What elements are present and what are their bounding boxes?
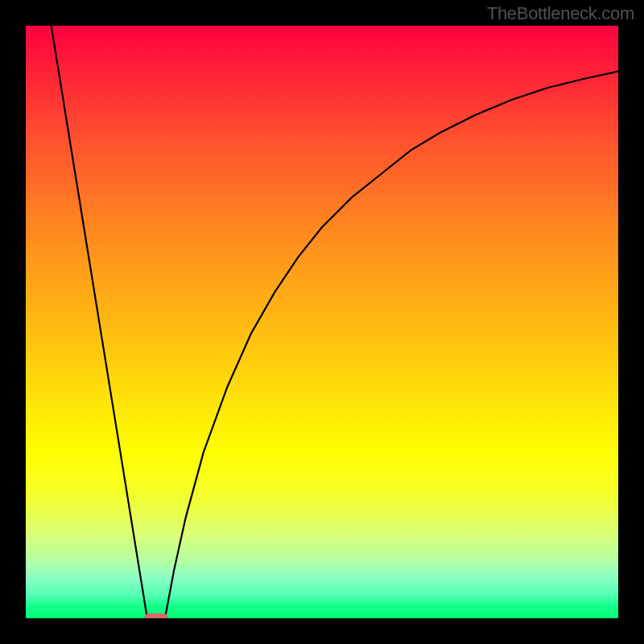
plot-area [26, 26, 618, 618]
chart-frame: TheBottleneck.com [0, 0, 644, 644]
watermark-text: TheBottleneck.com [487, 3, 634, 24]
right-curve-segment [165, 72, 618, 618]
left-linear-segment [52, 26, 147, 618]
curve-layer [26, 26, 618, 618]
bottleneck-marker [144, 613, 168, 618]
